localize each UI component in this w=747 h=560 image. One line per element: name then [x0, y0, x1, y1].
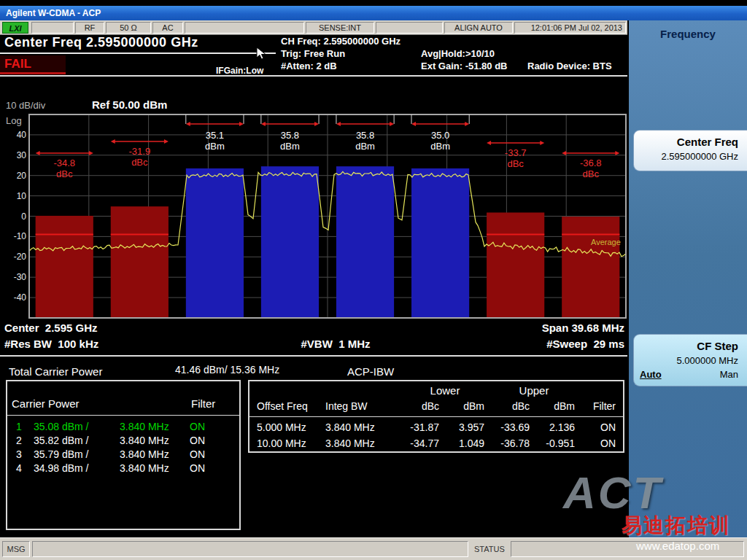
softkey-cf-step-label: CF Step	[634, 335, 747, 352]
offset-dbc-unit: dBc	[131, 157, 148, 168]
y-axis-label: 0	[21, 211, 26, 222]
softkey-cf-step[interactable]: CF Step 5.000000 MHz Auto Man	[633, 334, 747, 386]
offset-dbc-label: -33.7	[505, 147, 527, 158]
offset-col-header: dBm	[530, 400, 575, 412]
dimension-arrow	[89, 151, 93, 155]
y-axis-label: -40	[14, 292, 27, 303]
status-cell-blank-1	[31, 22, 74, 34]
offset-cell: -0.951	[530, 438, 575, 449]
vbw-annotation: #VBW 1 MHz	[263, 338, 409, 350]
spectrum-display: 35.1dBm35.8dBm35.8dBm35.0dBm-34.8dBc-31.…	[0, 79, 627, 357]
total-carrier-power-label: Total Carrier Power	[9, 365, 102, 378]
acp-ibw-title: ACP-IBW	[347, 365, 394, 378]
average-trace-label: Average	[591, 238, 621, 246]
y-axis-label: -10	[14, 231, 27, 241]
carrier-channel-bar	[411, 168, 469, 318]
res-bw-annotation: #Res BW 100 kHz	[4, 338, 98, 350]
carrier-power-header: Carrier Power	[12, 397, 80, 410]
carrier-number: 2	[7, 435, 34, 446]
carrier-power-label: 35.8	[356, 130, 374, 141]
scale-per-div-label: 10 dB/div	[6, 100, 45, 111]
upper-group-header: Upper	[487, 384, 581, 397]
softkey-center-freq[interactable]: Center Freq 2.595000000 GHz	[633, 130, 747, 171]
dimension-arrow	[540, 141, 544, 145]
dimension-arrow	[261, 122, 266, 126]
watermark-url: www.edatop.com	[636, 540, 719, 552]
plot-background	[29, 114, 626, 318]
table-header-rule	[249, 416, 623, 417]
offset-dbc-label: -34.8	[53, 158, 75, 168]
offset-cell: -34.77	[395, 438, 439, 449]
offset-col-header: Filter	[575, 400, 620, 412]
fail-indicator: FAIL	[0, 55, 66, 74]
carrier-filter-header: Filter	[191, 397, 215, 410]
carrier-filter-state: ON	[190, 435, 219, 446]
cf-step-auto-man-row: Auto Man	[634, 366, 747, 380]
dimension-arrow	[487, 141, 491, 145]
carrier-bandwidth: 3.840 MHz	[120, 435, 190, 446]
carrier-filter-state: ON	[190, 448, 219, 460]
divider-line	[0, 355, 627, 357]
dimension-arrow	[186, 122, 190, 126]
avg-hold-readout: Avg|Hold:>10/10	[421, 48, 495, 59]
offset-cell: -36.78	[484, 438, 530, 449]
dimension-arrow	[562, 151, 566, 155]
dimension-arrow	[36, 151, 40, 155]
dimension-arrow	[615, 151, 619, 155]
status-strip: LXI RF 50 Ω AC SENSE:INT ALIGN AUTO 12:0…	[0, 20, 627, 35]
cf-step-man-option[interactable]: Man	[720, 369, 738, 380]
offset-cell: ON	[575, 438, 620, 449]
cf-step-auto-option[interactable]: Auto	[640, 369, 662, 380]
carrier-power-label: 35.1	[206, 130, 224, 141]
offset-channel-bar	[562, 217, 619, 318]
carrier-power-label: 35.8	[281, 130, 299, 141]
scale-type-label: Log	[6, 115, 22, 126]
dimension-arrow	[465, 122, 469, 126]
offset-table-body: 5.000 MHz3.840 MHz-31.873.957-33.692.136…	[249, 419, 623, 451]
lower-group-header: Lower	[398, 384, 492, 397]
message-panel	[32, 541, 468, 557]
carrier-number: 3	[7, 448, 34, 460]
y-axis-label: 40	[17, 130, 27, 140]
dimension-arrow	[390, 122, 394, 126]
carrier-channel-bar	[261, 166, 319, 318]
atten-readout: #Atten: 2 dB	[281, 61, 337, 71]
offset-cell: 3.840 MHz	[325, 438, 395, 449]
window-title: Agilent W-CDMA - ACP	[6, 8, 101, 18]
carrier-power-unit: dBm	[280, 141, 300, 152]
span-annotation: Span 39.68 MHz	[409, 322, 624, 334]
offset-col-header: Offset Freq	[249, 400, 325, 412]
y-axis-label: 20	[17, 171, 27, 181]
carrier-table-body: 135.08 dBm /3.840 MHzON235.82 dBm /3.840…	[7, 419, 239, 475]
carrier-filter-state: ON	[190, 421, 219, 432]
carrier-power-value: 35.79 dBm /	[34, 448, 120, 460]
carrier-number: 4	[7, 462, 34, 474]
status-sense: SENSE:INT	[306, 22, 374, 34]
dimension-arrow	[111, 139, 115, 144]
dimension-arrow	[411, 122, 416, 126]
y-axis-label: 10	[17, 191, 27, 201]
carrier-channel-bar	[336, 166, 394, 318]
offset-cell: -31.87	[395, 421, 439, 433]
offset-table: Lower Upper Offset FreqInteg BWdBcdBmdBc…	[248, 380, 624, 453]
carrier-row-1: 135.08 dBm /3.840 MHzON	[7, 419, 239, 433]
carrier-row-4: 434.98 dBm /3.840 MHzON	[7, 461, 239, 475]
offset-channel-bar	[36, 216, 93, 318]
offset-cell: 3.840 MHz	[325, 421, 395, 433]
instrument-screen: Agilent W-CDMA - ACP LXI RF 50 Ω AC SENS…	[0, 0, 747, 560]
status-cell-blank-3	[376, 22, 443, 34]
divider-line	[0, 75, 627, 77]
offset-cell: 3.957	[439, 421, 484, 433]
offset-cell: 10.00 MHz	[249, 438, 325, 449]
offset-cell: 1.049	[439, 438, 484, 449]
carrier-bandwidth: 3.840 MHz	[120, 448, 190, 460]
dimension-arrow	[336, 122, 341, 126]
softkey-menu: Frequency Center Freq 2.595000000 GHz CF…	[629, 20, 747, 537]
trigger-readout: Trig: Free Run	[281, 48, 345, 59]
carrier-power-value: 35.08 dBm /	[34, 421, 120, 432]
message-bar: MSG STATUS	[0, 537, 747, 560]
carrier-power-label: 35.0	[431, 130, 449, 141]
y-axis-label: 30	[17, 150, 27, 160]
msg-label: MSG	[2, 541, 30, 557]
offset-col-header: Integ BW	[325, 400, 395, 412]
